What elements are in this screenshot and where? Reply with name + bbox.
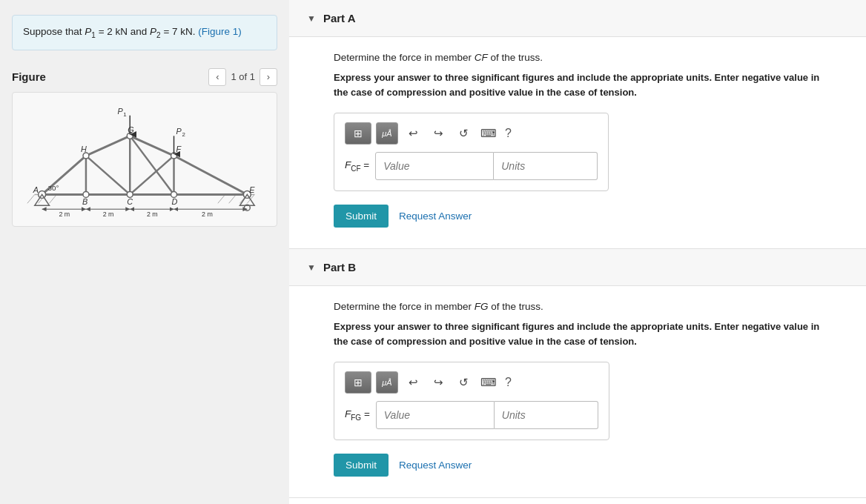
svg-line-1 — [27, 194, 35, 203]
part-a-request-answer-link[interactable]: Request Answer — [399, 210, 472, 222]
truss-diagram: A B C D E H G F P 1 P 2 30° 2 — [12, 92, 277, 227]
part-b-value-input[interactable] — [376, 401, 495, 429]
part-a-label: FCF = — [345, 159, 369, 173]
svg-text:1: 1 — [123, 110, 126, 117]
svg-text:F: F — [176, 145, 182, 153]
svg-text:G: G — [128, 125, 133, 134]
svg-text:H: H — [81, 145, 87, 153]
page-indicator: 1 of 1 — [231, 71, 255, 82]
part-a-toolbar: ⊞ μÅ ↩ ↪ ↺ ⌨ — [345, 122, 598, 145]
redo-icon-b: ↪ — [434, 376, 443, 389]
part-b-label: FFG = — [345, 408, 370, 422]
svg-line-19 — [86, 156, 130, 194]
part-b-submit-button[interactable]: Submit — [334, 454, 389, 477]
svg-point-25 — [171, 191, 177, 197]
part-b-refresh-button[interactable]: ↺ — [453, 372, 474, 393]
figure-nav: ‹ 1 of 1 › — [208, 68, 277, 86]
refresh-icon: ↺ — [459, 127, 469, 140]
next-button[interactable]: › — [260, 68, 277, 86]
part-a-redo-button[interactable]: ↪ — [428, 123, 449, 144]
svg-text:30°: 30° — [48, 183, 59, 191]
part-b-redo-button[interactable]: ↪ — [428, 372, 449, 393]
redo-icon: ↪ — [434, 127, 443, 140]
mu-icon-b: μÅ — [382, 378, 391, 387]
svg-text:E: E — [249, 185, 255, 194]
svg-point-27 — [83, 153, 89, 159]
part-a-action-row: Submit Request Answer — [334, 205, 836, 228]
part-a-section: ▼ Part A Determine the force in member C… — [289, 0, 866, 249]
part-b-help-button[interactable]: ? — [505, 376, 512, 389]
keyboard-icon-b: ⌨ — [480, 376, 497, 389]
svg-point-24 — [127, 191, 133, 197]
svg-text:2: 2 — [182, 131, 185, 138]
part-a-answer-box: ⊞ μÅ ↩ ↪ ↺ ⌨ — [334, 113, 609, 191]
part-a-input-row: FCF = — [345, 152, 598, 180]
svg-line-3 — [50, 194, 57, 203]
part-b-input-row: FFG = — [345, 401, 598, 429]
part-a-refresh-button[interactable]: ↺ — [453, 123, 474, 144]
grid-icon: ⊞ — [354, 127, 363, 139]
part-a-content: Determine the force in member CF of the … — [289, 37, 866, 248]
left-panel: Suppose that P1 = 2 kN and P2 = 7 kN. (F… — [0, 0, 289, 504]
svg-line-5 — [229, 194, 237, 203]
part-b-title: Part B — [323, 261, 356, 273]
part-b-answer-box: ⊞ μÅ ↩ ↪ ↺ ⌨ — [334, 362, 609, 440]
part-a-keyboard-button[interactable]: ⌨ — [478, 123, 499, 144]
refresh-icon-b: ↺ — [459, 376, 469, 389]
part-b-mu-button[interactable]: μÅ — [376, 371, 398, 394]
figure-section: Figure ‹ 1 of 1 › — [12, 68, 277, 227]
svg-text:2 m: 2 m — [59, 210, 70, 218]
part-b-grid-button[interactable]: ⊞ — [345, 371, 371, 394]
part-a-undo-button[interactable]: ↩ — [403, 123, 423, 144]
figure-header: Figure ‹ 1 of 1 › — [12, 68, 277, 86]
svg-line-15 — [174, 156, 248, 194]
svg-text:2 m: 2 m — [103, 210, 114, 218]
svg-line-4 — [218, 194, 225, 203]
part-a-units-input[interactable] — [494, 152, 598, 180]
part-b-request-answer-link[interactable]: Request Answer — [399, 460, 472, 471]
part-b-units-input[interactable] — [495, 401, 598, 429]
part-b-header[interactable]: ▼ Part B — [289, 249, 866, 286]
figure-link[interactable]: (Figure 1) — [198, 26, 242, 37]
part-b-section: ▼ Part B Determine the force in member F… — [289, 249, 866, 498]
part-b-keyboard-button[interactable]: ⌨ — [478, 372, 499, 393]
keyboard-icon: ⌨ — [480, 127, 497, 140]
part-b-content: Determine the force in member FG of the … — [289, 286, 866, 497]
part-a-header[interactable]: ▼ Part A — [289, 0, 866, 37]
part-a-instructions: Express your answer to three significant… — [334, 70, 836, 99]
part-a-title: Part A — [323, 12, 356, 24]
part-a-collapse-arrow: ▼ — [307, 13, 316, 24]
figure-title: Figure — [12, 70, 46, 83]
svg-text:P: P — [176, 127, 182, 136]
svg-point-23 — [83, 191, 89, 197]
svg-text:A: A — [33, 185, 39, 194]
grid-icon-b: ⊞ — [354, 377, 363, 388]
part-a-help-button[interactable]: ? — [505, 127, 512, 140]
svg-text:2 m: 2 m — [147, 210, 158, 218]
prev-button[interactable]: ‹ — [208, 68, 226, 86]
svg-line-21 — [130, 156, 173, 194]
part-b-action-row: Submit Request Answer — [334, 454, 836, 477]
svg-text:B: B — [82, 197, 87, 206]
svg-line-13 — [86, 136, 130, 156]
svg-text:C: C — [127, 197, 133, 206]
truss-svg: A B C D E H G F P 1 P 2 30° 2 — [20, 100, 269, 219]
problem-statement: Suppose that P1 = 2 kN and P2 = 7 kN. (F… — [12, 15, 277, 50]
part-b-instructions: Express your answer to three significant… — [334, 319, 836, 348]
mu-icon: μÅ — [382, 129, 391, 138]
undo-icon-b: ↩ — [409, 376, 418, 389]
svg-text:D: D — [172, 197, 178, 206]
right-panel: ▼ Part A Determine the force in member C… — [289, 0, 866, 504]
part-b-determine-text: Determine the force in member FG of the … — [334, 301, 836, 312]
part-b-undo-button[interactable]: ↩ — [403, 372, 423, 393]
svg-text:2 m: 2 m — [202, 210, 213, 218]
part-a-grid-button[interactable]: ⊞ — [345, 122, 371, 145]
part-a-mu-button[interactable]: μÅ — [376, 122, 398, 145]
part-b-collapse-arrow: ▼ — [307, 262, 316, 273]
part-a-submit-button[interactable]: Submit — [334, 205, 389, 228]
part-a-determine-text: Determine the force in member CF of the … — [334, 52, 836, 63]
svg-text:P: P — [117, 106, 123, 115]
part-b-toolbar: ⊞ μÅ ↩ ↪ ↺ ⌨ — [345, 371, 598, 394]
part-a-value-input[interactable] — [375, 152, 494, 180]
undo-icon: ↩ — [409, 127, 418, 140]
